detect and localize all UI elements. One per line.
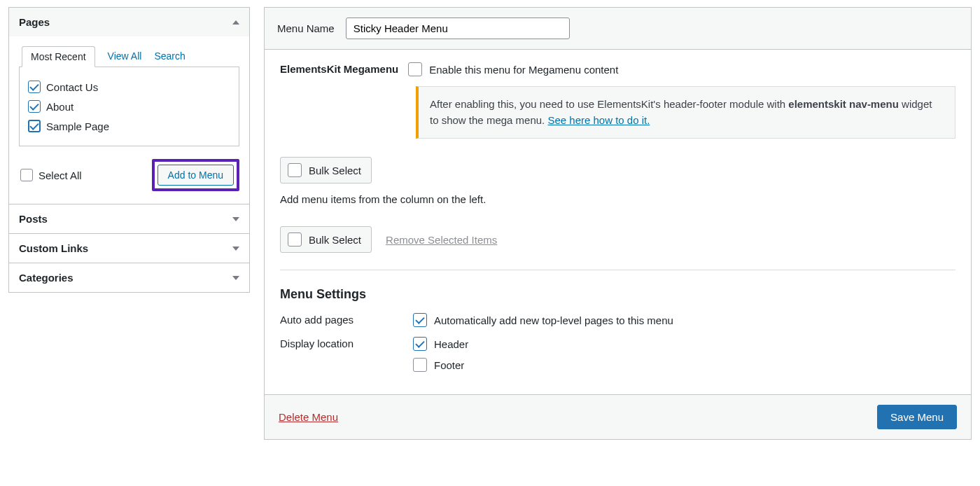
expand-icon <box>232 217 239 221</box>
bulk-select-label: Bulk Select <box>309 165 361 176</box>
remove-selected-items: Remove Selected Items <box>386 234 497 246</box>
notice-link[interactable]: See here how to do it. <box>547 114 650 126</box>
select-all-label: Select All <box>38 169 82 181</box>
display-location-footer-label: Footer <box>434 359 464 371</box>
display-location-label: Display location <box>280 337 413 349</box>
checkbox-icon[interactable] <box>28 100 41 113</box>
megamenu-checkbox-label: Enable this menu for Megamenu content <box>429 64 618 76</box>
page-item-label: About <box>46 101 74 113</box>
page-item-label: Sample Page <box>46 120 109 132</box>
menu-name-input[interactable] <box>346 18 570 39</box>
tab-most-recent[interactable]: Most Recent <box>22 46 95 67</box>
page-item-label: Contact Us <box>46 81 98 93</box>
menu-settings-title: Menu Settings <box>280 287 955 302</box>
expand-icon <box>232 276 239 280</box>
add-to-menu-button[interactable]: Add to Menu <box>158 165 234 186</box>
megamenu-label: ElementsKit Megamenu <box>280 62 398 75</box>
tab-search[interactable]: Search <box>154 46 185 67</box>
empty-menu-hint: Add menu items from the column on the le… <box>280 193 955 205</box>
page-item[interactable]: Sample Page <box>28 116 230 136</box>
posts-panel-title: Posts <box>19 213 48 225</box>
menu-name-label: Menu Name <box>277 22 335 34</box>
auto-add-pages-label: Auto add pages <box>280 313 413 326</box>
display-location-header-checkbox[interactable] <box>413 337 427 351</box>
pages-panel-title: Pages <box>19 16 50 28</box>
tab-view-all[interactable]: View All <box>108 46 142 67</box>
bulk-select-checkbox[interactable] <box>288 232 302 247</box>
custom-links-panel-title: Custom Links <box>19 242 88 254</box>
megamenu-checkbox[interactable] <box>408 62 422 76</box>
highlight-annotation: Add to Menu <box>152 159 239 191</box>
pages-panel-header[interactable]: Pages <box>9 8 249 36</box>
bulk-select-label: Bulk Select <box>309 234 361 246</box>
delete-menu-link[interactable]: Delete Menu <box>279 411 338 423</box>
auto-add-pages-option: Automatically add new top-level pages to… <box>434 314 673 326</box>
collapse-icon <box>232 20 239 25</box>
page-item[interactable]: Contact Us <box>28 77 230 97</box>
categories-panel-header[interactable]: Categories <box>9 263 249 292</box>
display-location-footer-checkbox[interactable] <box>413 358 427 372</box>
posts-panel-header[interactable]: Posts <box>9 204 249 233</box>
page-item[interactable]: About <box>28 97 230 116</box>
bulk-select-top[interactable]: Bulk Select <box>280 157 372 183</box>
bulk-select-checkbox[interactable] <box>288 163 302 177</box>
megamenu-notice: After enabling this, you need to use Ele… <box>416 86 955 139</box>
checkbox-icon[interactable] <box>28 120 41 132</box>
select-all-checkbox[interactable] <box>20 169 33 181</box>
bulk-select-bottom[interactable]: Bulk Select <box>280 226 372 253</box>
categories-panel-title: Categories <box>19 272 74 284</box>
display-location-header-label: Header <box>434 338 468 350</box>
auto-add-pages-checkbox[interactable] <box>413 313 427 327</box>
custom-links-panel-header[interactable]: Custom Links <box>9 234 249 263</box>
expand-icon <box>232 247 239 251</box>
checkbox-icon[interactable] <box>28 81 41 93</box>
save-menu-button[interactable]: Save Menu <box>877 405 957 429</box>
